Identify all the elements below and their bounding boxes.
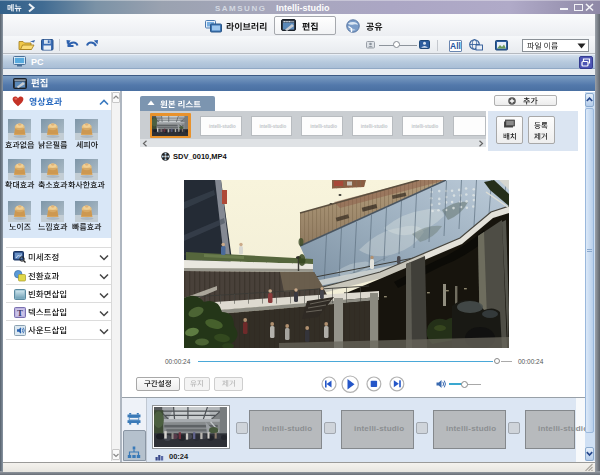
svg-text:T: T (17, 308, 23, 318)
